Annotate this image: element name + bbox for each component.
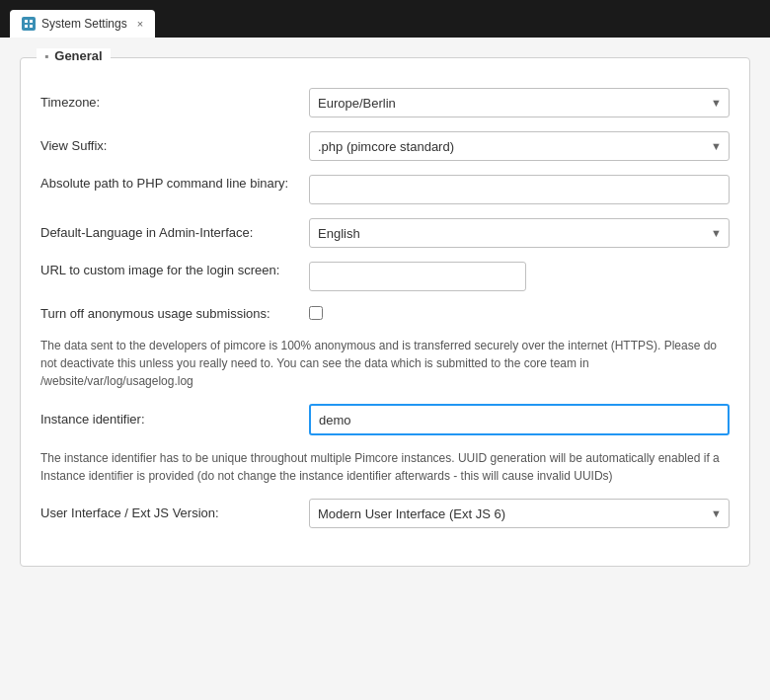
- tab-label: System Settings: [41, 17, 127, 31]
- timezone-select-wrapper: Europe/Berlin UTC America/New_York ▼: [309, 88, 730, 117]
- anonymous-usage-row: Turn off anonymous usage submissions:: [40, 305, 730, 323]
- view-suffix-row: View Suffix: .php (pimcore standard) .ht…: [40, 131, 730, 161]
- general-section: ▪ General Timezone: Europe/Berlin UTC Am…: [20, 57, 750, 567]
- svg-rect-1: [30, 20, 33, 23]
- settings-icon: [22, 17, 36, 31]
- timezone-select[interactable]: Europe/Berlin UTC America/New_York: [309, 88, 730, 117]
- instance-identifier-row: Instance identifier:: [40, 404, 730, 435]
- tab-bar: System Settings ×: [0, 0, 770, 38]
- svg-rect-3: [30, 25, 33, 28]
- php-binary-control: [309, 175, 730, 204]
- instance-identifier-label: Instance identifier:: [40, 411, 297, 428]
- default-language-control: English German French Spanish ▼: [309, 218, 730, 248]
- ui-version-select-wrapper: Modern User Interface (Ext JS 6) Classic…: [309, 499, 730, 528]
- php-binary-label: Absolute path to PHP command line binary…: [40, 175, 297, 193]
- default-language-select[interactable]: English German French Spanish: [309, 218, 730, 248]
- section-icon: ▪: [44, 49, 48, 63]
- section-title: General: [54, 48, 102, 63]
- anonymous-usage-info: The data sent to the developers of pimco…: [40, 337, 730, 390]
- view-suffix-select-wrapper: .php (pimcore standard) .html .twig ▼: [309, 131, 730, 161]
- main-content: ▪ General Timezone: Europe/Berlin UTC Am…: [0, 38, 770, 700]
- ui-version-row: User Interface / Ext JS Version: Modern …: [40, 499, 730, 528]
- timezone-control: Europe/Berlin UTC America/New_York ▼: [309, 88, 730, 117]
- instance-identifier-info: The instance identifier has to be unique…: [40, 449, 730, 485]
- tab-system-settings[interactable]: System Settings ×: [10, 10, 155, 38]
- default-language-label: Default-Language in Admin-Interface:: [40, 224, 297, 242]
- ui-version-label: User Interface / Ext JS Version:: [40, 505, 297, 522]
- timezone-label: Timezone:: [40, 94, 297, 112]
- login-image-input[interactable]: [309, 262, 526, 291]
- svg-rect-2: [25, 25, 28, 28]
- timezone-row: Timezone: Europe/Berlin UTC America/New_…: [40, 88, 730, 117]
- svg-rect-0: [25, 20, 28, 23]
- instance-identifier-control: [309, 404, 730, 435]
- php-binary-row: Absolute path to PHP command line binary…: [40, 175, 730, 204]
- anonymous-usage-control: [309, 306, 730, 323]
- instance-identifier-input[interactable]: [309, 404, 730, 435]
- view-suffix-label: View Suffix:: [40, 137, 297, 155]
- anonymous-usage-checkbox[interactable]: [309, 306, 323, 320]
- ui-version-control: Modern User Interface (Ext JS 6) Classic…: [309, 499, 730, 528]
- login-image-control: [309, 262, 730, 291]
- view-suffix-control: .php (pimcore standard) .html .twig ▼: [309, 131, 730, 161]
- login-image-row: URL to custom image for the login screen…: [40, 262, 730, 291]
- view-suffix-select[interactable]: .php (pimcore standard) .html .twig: [309, 131, 730, 161]
- anonymous-usage-label: Turn off anonymous usage submissions:: [40, 305, 297, 323]
- login-image-label: URL to custom image for the login screen…: [40, 262, 297, 279]
- php-binary-input[interactable]: [309, 175, 730, 204]
- section-legend: ▪ General: [37, 48, 111, 63]
- tab-close-button[interactable]: ×: [137, 18, 143, 30]
- ui-version-select[interactable]: Modern User Interface (Ext JS 6) Classic…: [309, 499, 730, 528]
- default-language-select-wrapper: English German French Spanish ▼: [309, 218, 730, 248]
- default-language-row: Default-Language in Admin-Interface: Eng…: [40, 218, 730, 248]
- section-content: Timezone: Europe/Berlin UTC America/New_…: [40, 88, 730, 528]
